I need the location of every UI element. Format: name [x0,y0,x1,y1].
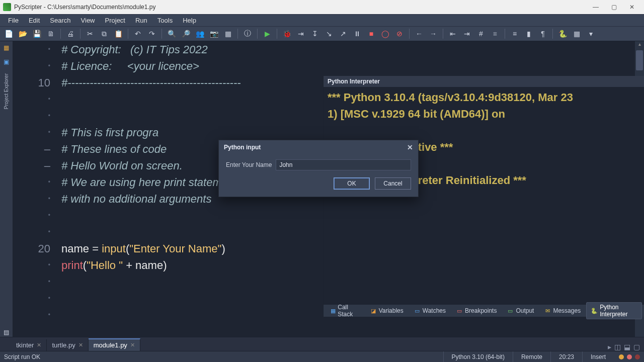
editor[interactable]: ••10•••––••••20•••• # Copyright: (c) IT … [13,41,644,337]
minimize-button[interactable]: — [587,3,605,11]
bottom-tab-call-stack[interactable]: ▦Call Stack [326,302,364,319]
structure-icon[interactable]: ▤ [2,328,11,337]
tab-close-icon[interactable]: ✕ [78,342,83,348]
scroll-thumb[interactable] [636,50,643,70]
bottom-tab-watches[interactable]: ▭Watches [409,306,450,316]
app-icon [3,3,11,11]
screenshot-icon[interactable]: 📷 [208,28,219,39]
undo-icon[interactable]: ↶ [132,28,143,39]
redo-icon[interactable]: ↷ [146,28,157,39]
save-icon[interactable]: 💾 [31,28,42,39]
status-dot-modified-icon [619,354,624,359]
syntax-check-icon[interactable]: ⓘ [242,28,253,39]
bottom-tab-python-interpreter[interactable]: 🐍Python Interpreter [586,302,642,319]
run-to-cursor-icon[interactable]: ⇥ [295,28,306,39]
status-engine[interactable]: Remote [513,351,550,362]
bottom-tab-strip: ▦Call Stack◪Variables▭Watches▭Breakpoint… [324,305,644,317]
left-sidebar: ▦ ▣ Project Explorer ▤ [0,41,13,337]
dialog-titlebar: Python input ✕ [219,140,418,154]
run-icon[interactable]: ▶ [262,28,273,39]
menu-help[interactable]: Help [178,16,201,25]
maximize-button[interactable]: ▢ [605,3,623,11]
open-file-icon[interactable]: 📂 [17,28,28,39]
step-over-icon[interactable]: ↧ [309,28,320,39]
menu-file[interactable]: File [3,16,24,25]
dialog-label: Enter Your Name [226,161,272,168]
interpreter-title: Python Interpreter [324,76,644,87]
status-position: 20:23 [550,351,582,362]
file-tab-strip: tkinter✕turtle.py✕module1.py✕ ▸ ◫ ⬓ ▢ [0,337,644,351]
split-v-icon[interactable]: ⬓ [624,343,630,351]
menu-project[interactable]: Project [100,16,130,25]
maximize-editor-icon[interactable]: ▢ [633,343,640,351]
line-gutter: ••10•••––••••20•••• [13,41,58,337]
step-out-icon[interactable]: ↗ [338,28,349,39]
dialog-close-icon[interactable]: ✕ [407,143,413,151]
window-title: PyScripter - C:\Users\smarty\Documents\m… [14,4,587,11]
menu-edit[interactable]: Edit [24,16,45,25]
cancel-button[interactable]: Cancel [375,177,411,190]
window-titlebar: PyScripter - C:\Users\smarty\Documents\m… [0,0,644,14]
status-message: Script run OK [4,351,443,362]
dialog-title: Python input [224,144,261,151]
explorer-icon[interactable]: ▦ [2,43,11,52]
ok-button[interactable]: OK [334,177,370,190]
status-python[interactable]: Python 3.10 (64-bit) [443,351,513,362]
comment-icon[interactable]: # [475,28,487,39]
new-file-icon[interactable]: 📄 [3,28,14,39]
status-insert: Insert [582,351,614,362]
print-icon[interactable]: 🖨 [65,28,76,39]
python-input-dialog: Python input ✕ Enter Your Name OK Cancel [218,140,419,197]
file-tab-tkinter[interactable]: tkinter✕ [11,339,47,351]
bookmarks-icon[interactable]: ▮ [523,28,534,39]
file-tab-module1-py[interactable]: module1.py✕ [89,338,140,351]
cut-icon[interactable]: ✂ [85,28,96,39]
find-in-files-icon[interactable]: 👥 [194,28,205,39]
find-replace-icon[interactable]: 🔎 [180,28,191,39]
file-tab-turtle-py[interactable]: turtle.py✕ [47,339,88,351]
menu-run[interactable]: Run [130,16,152,25]
outdent-icon[interactable]: ⇤ [447,28,458,39]
status-dot-error-icon [627,354,632,359]
scroll-up-icon[interactable]: ▴ [635,41,644,49]
pilcrow-icon[interactable]: ¶ [537,28,548,39]
toolbar: 📄 📂 💾 🗎 🖨 ✂ ⧉ 📋 ↶ ↷ 🔍 🔎 👥 📷 ▦ ⓘ ▶ 🐞 ⇥ ↧ … [0,26,644,41]
bottom-tab-output[interactable]: ▭Output [502,306,538,316]
menu-search[interactable]: Search [45,16,75,25]
debug-icon[interactable]: 🐞 [281,28,292,39]
tab-close-icon[interactable]: ✕ [130,342,135,348]
close-button[interactable]: ✕ [623,3,641,11]
indent-icon[interactable]: ⇥ [461,28,472,39]
stop-icon[interactable]: ■ [366,28,377,39]
goto-icon[interactable]: ▦ [222,28,233,39]
nav-fwd-icon[interactable]: → [428,28,439,39]
bottom-tab-messages[interactable]: ✉Messages [539,306,585,316]
list-icon[interactable]: ≡ [509,28,520,39]
search-icon[interactable]: 🔍 [166,28,177,39]
layouts-icon[interactable]: ▦ [571,28,582,39]
bottom-tab-breakpoints[interactable]: ▭Breakpoints [451,306,501,316]
split-h-icon[interactable]: ◫ [614,343,621,351]
paste-icon[interactable]: 📋 [113,28,124,39]
menu-tools[interactable]: Tools [152,16,178,25]
python-versions-icon[interactable]: 🐍 [557,28,568,39]
config-icon[interactable]: ▾ [585,28,596,39]
status-bar: Script run OK Python 3.10 (64-bit) Remot… [0,351,644,362]
menu-bar: FileEditSearchViewProjectRunToolsHelp [0,14,644,26]
menu-view[interactable]: View [76,16,100,25]
sidebar-label: Project Explorer [4,73,9,109]
clear-breakpoints-icon[interactable]: ⊘ [394,28,405,39]
uncomment-icon[interactable]: ⌗ [490,28,501,39]
tab-actions: ▸ ◫ ⬓ ▢ [608,343,644,351]
nav-back-icon[interactable]: ← [414,28,425,39]
tab-menu-icon[interactable]: ▸ [608,343,611,351]
dialog-input[interactable] [276,159,411,170]
copy-icon[interactable]: ⧉ [99,28,110,39]
pause-icon[interactable]: ⏸ [352,28,363,39]
tab-close-icon[interactable]: ✕ [37,342,41,348]
bottom-tab-variables[interactable]: ◪Variables [365,306,408,316]
step-into-icon[interactable]: ↘ [324,28,335,39]
toggle-breakpoint-icon[interactable]: ◯ [380,28,391,39]
project-icon[interactable]: ▣ [2,57,11,66]
save-all-icon[interactable]: 🗎 [45,28,56,39]
